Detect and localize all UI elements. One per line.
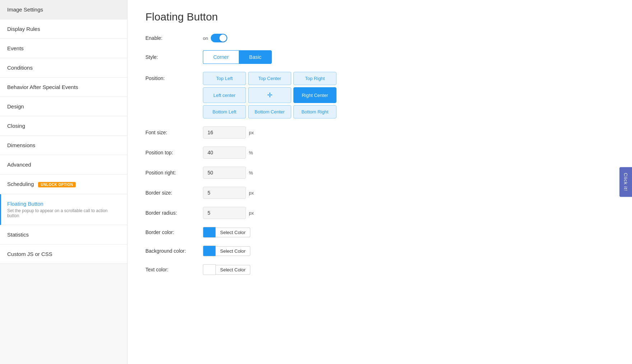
pos-top-right[interactable]: Top Right <box>293 72 336 85</box>
pos-left-center[interactable]: Left center <box>203 87 246 103</box>
border-size-input[interactable] <box>203 187 246 199</box>
text-color-row: Text color: Select Color <box>145 264 614 275</box>
sidebar: Image Settings Display Rules Events Cond… <box>0 0 127 364</box>
sidebar-item-label: Conditions <box>7 65 33 71</box>
position-top-input[interactable] <box>203 146 246 159</box>
border-color-swatch[interactable] <box>203 227 216 238</box>
pos-bottom-left[interactable]: Bottom Left <box>203 105 246 118</box>
border-size-label: Border size: <box>145 190 203 196</box>
position-top-label: Position top: <box>145 150 203 155</box>
sidebar-item-conditions[interactable]: Conditions <box>0 58 127 78</box>
sidebar-item-label: Design <box>7 103 24 109</box>
enable-label: Enable: <box>145 35 203 41</box>
bg-color-picker: Select Color <box>203 246 250 256</box>
style-corner-btn[interactable]: Corner <box>203 50 239 64</box>
font-size-row: Font size: px <box>145 126 614 139</box>
page-title: Floating Button <box>145 11 614 23</box>
font-size-label: Font size: <box>145 130 203 135</box>
bg-color-label: Background color: <box>145 248 203 254</box>
sidebar-item-statistics[interactable]: Statistics <box>0 225 127 244</box>
sidebar-item-label: Advanced <box>7 162 31 168</box>
floating-btn-label: Click it! <box>623 173 628 191</box>
sidebar-item-label: Events <box>7 45 24 51</box>
position-right-row: Position right: % <box>145 167 614 179</box>
main-content: Floating Button Enable: on Style: Corner… <box>127 0 632 364</box>
pos-center[interactable]: ✛ <box>248 87 291 103</box>
position-right-label: Position right: <box>145 170 203 176</box>
text-color-select-btn[interactable]: Select Color <box>216 265 250 275</box>
sidebar-item-dimensions[interactable]: Dimensions <box>0 136 127 155</box>
position-right-unit: % <box>249 170 253 176</box>
pos-bottom-center[interactable]: Bottom Center <box>248 105 291 118</box>
border-radius-row: Border radius: px <box>145 207 614 219</box>
sidebar-item-custom-js-css[interactable]: Custom JS or CSS <box>0 244 127 264</box>
style-basic-btn[interactable]: Basic <box>239 50 272 64</box>
sidebar-item-scheduling[interactable]: Scheduling UNLOCK OPTION <box>0 174 127 194</box>
position-label: Position: <box>145 72 203 81</box>
border-color-picker: Select Color <box>203 227 250 238</box>
position-grid: Top Left Top Center Top Right Left cente… <box>203 72 336 118</box>
floating-click-button[interactable]: Click it! <box>619 167 632 197</box>
sidebar-item-label: Closing <box>7 123 25 129</box>
font-size-input[interactable] <box>203 126 246 139</box>
border-size-unit: px <box>249 190 254 196</box>
sidebar-item-label: Custom JS or CSS <box>7 251 52 257</box>
border-radius-label: Border radius: <box>145 210 203 216</box>
text-color-label: Text color: <box>145 267 203 272</box>
pos-top-left[interactable]: Top Left <box>203 72 246 85</box>
border-radius-input[interactable] <box>203 207 246 219</box>
sidebar-item-subtitle: Set the popup to appear on a scrollable … <box>7 208 120 218</box>
enable-toggle[interactable] <box>211 34 227 42</box>
sidebar-item-events[interactable]: Events <box>0 39 127 58</box>
sidebar-item-label: Display Rules <box>7 26 40 32</box>
sidebar-item-advanced[interactable]: Advanced <box>0 155 127 174</box>
border-size-row: Border size: px <box>145 187 614 199</box>
sidebar-item-label: Floating Button <box>7 201 120 207</box>
bg-color-swatch[interactable] <box>203 246 216 256</box>
border-color-row: Border color: Select Color <box>145 227 614 238</box>
sidebar-item-behavior[interactable]: Behavior After Special Events <box>0 78 127 97</box>
style-label: Style: <box>145 54 203 60</box>
bg-color-row: Background color: Select Color <box>145 246 614 256</box>
sidebar-item-label: Scheduling <box>7 181 34 187</box>
position-top-row: Position top: % <box>145 146 614 159</box>
sidebar-item-floating-button[interactable]: Floating Button Set the popup to appear … <box>0 194 127 225</box>
position-top-unit: % <box>249 150 253 155</box>
text-color-swatch[interactable] <box>203 264 216 275</box>
position-right-input[interactable] <box>203 167 246 179</box>
border-color-select-btn[interactable]: Select Color <box>216 228 250 237</box>
bg-color-select-btn[interactable]: Select Color <box>216 246 250 256</box>
style-buttons: Corner Basic <box>203 50 272 64</box>
sidebar-item-image-settings[interactable]: Image Settings <box>0 0 127 19</box>
toggle-wrapper: on <box>203 34 227 42</box>
toggle-on-text: on <box>203 36 208 41</box>
sidebar-item-label: Statistics <box>7 232 29 238</box>
text-color-picker: Select Color <box>203 264 250 275</box>
sidebar-item-label: Behavior After Special Events <box>7 84 78 90</box>
sidebar-item-label: Dimensions <box>7 142 35 148</box>
enable-row: Enable: on <box>145 34 614 42</box>
style-row: Style: Corner Basic <box>145 50 614 64</box>
sidebar-item-label: Image Settings <box>7 6 43 13</box>
pos-right-center[interactable]: Right Center <box>293 87 336 103</box>
font-size-unit: px <box>249 130 254 135</box>
sidebar-item-design[interactable]: Design <box>0 97 127 116</box>
border-radius-unit: px <box>249 210 254 216</box>
pos-bottom-right[interactable]: Bottom Right <box>293 105 336 118</box>
border-color-label: Border color: <box>145 229 203 235</box>
pos-top-center[interactable]: Top Center <box>248 72 291 85</box>
sidebar-item-display-rules[interactable]: Display Rules <box>0 19 127 39</box>
unlock-badge: UNLOCK OPTION <box>38 182 75 187</box>
sidebar-item-closing[interactable]: Closing <box>0 116 127 136</box>
position-row: Position: Top Left Top Center Top Right … <box>145 72 614 118</box>
